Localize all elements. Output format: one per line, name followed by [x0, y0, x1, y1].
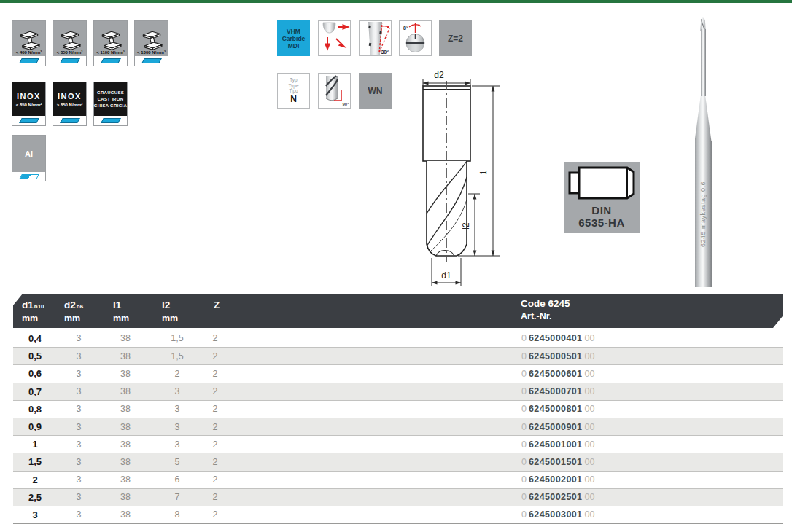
cell-l2: 3 [150, 404, 204, 414]
cell-l2: 6 [150, 474, 204, 485]
article-number: 6245002501 [529, 492, 583, 502]
cell-z: 2 [204, 422, 226, 432]
cell-d2: 3 [57, 333, 101, 343]
suitability-strip [135, 56, 168, 66]
cell-l2: 7 [150, 492, 204, 502]
steel-badge-top: < 850 N/mm² [53, 21, 86, 56]
code-affix: 0 [521, 422, 527, 432]
strength-rating: < 850 N/mm² [57, 50, 83, 55]
table-row: 0,9338320624500090100 [13, 418, 783, 435]
cell-l2: 3 [150, 439, 204, 450]
cell-z: 2 [204, 509, 226, 520]
catalog-page: < 400 N/mm² < 850 N/mm² [0, 0, 792, 532]
suitability-strip [53, 116, 86, 125]
cell-d2: 3 [57, 439, 101, 450]
suitability-icon [19, 118, 39, 123]
cell-code: 0624500300100 [516, 509, 783, 520]
cell-d2: 3 [57, 457, 101, 467]
cell-d2: 3 [57, 422, 101, 432]
vhm-line: Carbide [282, 35, 306, 42]
article-number: 6245000601 [529, 369, 583, 379]
code-affix: 00 [584, 509, 594, 520]
code-affix: 00 [584, 333, 594, 343]
code-affix: 00 [584, 369, 594, 379]
vhm-line: MDI [288, 42, 300, 50]
code-header-line1: Code 6245 [521, 298, 570, 309]
table-row: 0,8338320624500080100 [13, 400, 783, 418]
cell-d1: 1 [13, 439, 57, 450]
cell-l1: 38 [101, 439, 150, 450]
cell-l1: 38 [101, 457, 150, 467]
cell-code: 0624500090100 [516, 422, 783, 432]
material-badge-inox-high: INOX > 850 N/mm² [53, 82, 87, 126]
cast-iron-label-de: GRAUGUSS [97, 90, 124, 95]
code-affix: 00 [584, 386, 594, 396]
strength-rating: < 1100 N/mm² [96, 50, 125, 55]
inox-label: INOX [58, 92, 82, 101]
cell-code: 0624500150100 [516, 457, 783, 467]
col-header-d2: d2h6 mm [64, 298, 83, 324]
cell-l2: 1,5 [150, 333, 204, 343]
partial-suitability-icon [19, 174, 39, 179]
cell-l2: 2 [150, 369, 204, 379]
col-header-l2: l2 mm [162, 298, 178, 324]
col-header-z: Z [214, 298, 220, 311]
cell-code: 0624500050100 [516, 351, 783, 361]
cell-code: 0624500100100 [516, 439, 783, 450]
cell-code: 0624500200100 [516, 474, 783, 485]
col-header-l1: l1 mm [113, 298, 129, 324]
code-header-line2: Art.-Nr. [521, 311, 570, 321]
suitability-strip [12, 56, 45, 66]
type-label-de: Typ [290, 77, 297, 83]
table-row: 1,5338520624500150100 [13, 453, 783, 470]
type-label-en: Type [288, 83, 298, 89]
type-label-it: Tipo [289, 88, 298, 94]
code-affix: 00 [584, 404, 594, 414]
code-affix: 00 [584, 457, 594, 467]
cell-z: 2 [204, 439, 226, 450]
cell-z: 2 [204, 474, 226, 485]
dim-label-l2: l2 [461, 222, 471, 230]
cell-d1: 2,5 [13, 492, 57, 503]
cell-l2: 3 [150, 386, 204, 396]
cell-d1: 1,5 [13, 456, 57, 467]
article-number: 6245003001 [529, 509, 583, 520]
cell-code: 0624500040100 [516, 333, 783, 343]
col-name: l1 [113, 300, 121, 310]
table-body: 0,43381,5206245000401000,53381,520624500… [13, 329, 783, 524]
code-affix: 0 [521, 369, 527, 379]
cast-iron-label-en: CAST IRON [98, 96, 124, 102]
helix-angle-label: 30° [381, 50, 389, 55]
technical-drawing: d2 l1 l2 d1 [403, 64, 512, 294]
cell-l2: 3 [150, 422, 204, 432]
helix-30-icon: 30° [360, 21, 391, 55]
profile-badge: WN [359, 73, 392, 109]
i-beam-icon [18, 30, 41, 50]
tool-taper-section [695, 96, 712, 141]
suitability-icon [141, 58, 162, 63]
article-number: 6245000801 [529, 404, 583, 414]
product-photo: 6245 maykestag 0,6 [688, 12, 718, 289]
cell-d1: 0,9 [13, 421, 57, 432]
cell-d1: 3 [13, 509, 57, 520]
table-row: 0,43381,520624500040100 [13, 329, 783, 347]
material-badge-steel-850: < 850 N/mm² [53, 20, 87, 66]
col-tolerance: h6 [77, 303, 83, 310]
cell-d1: 0,7 [13, 386, 57, 397]
material-badge-steel-1300: < 1300 N/mm² [134, 20, 168, 66]
cell-d2: 3 [57, 351, 101, 361]
table-row: 2,5338720624500250100 [13, 488, 783, 506]
cell-l1: 38 [101, 474, 150, 485]
table-row: 2338620624500200100 [13, 471, 783, 488]
inox-badge-top: INOX > 850 N/mm² [53, 82, 86, 116]
cell-d2: 3 [57, 509, 101, 520]
col-name: Z [214, 300, 220, 310]
suitability-strip [94, 116, 127, 125]
type-value: N [290, 95, 297, 104]
cell-l2: 5 [150, 457, 204, 467]
steel-badge-top: < 400 N/mm² [12, 21, 45, 56]
col-name: l2 [162, 300, 170, 310]
inox-badge-top: INOX < 850 N/mm² [12, 82, 45, 116]
suitability-strip [53, 56, 86, 66]
suitability-icon [101, 58, 121, 63]
